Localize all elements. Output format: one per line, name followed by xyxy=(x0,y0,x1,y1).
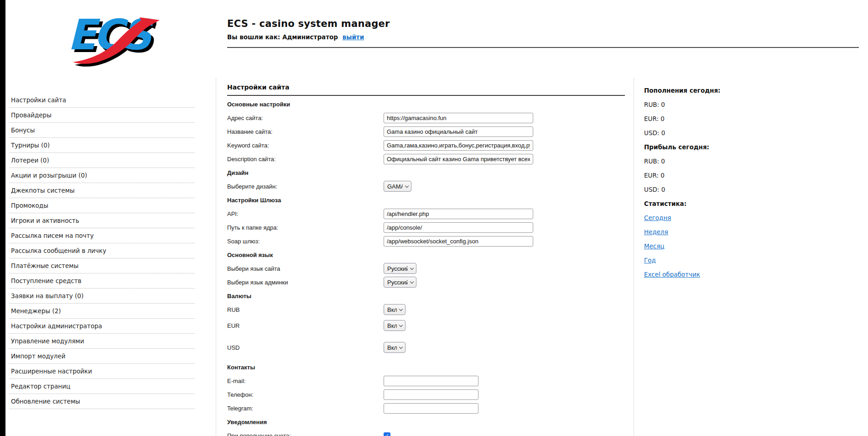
sidebar-item-2[interactable]: Провайдеры xyxy=(9,108,195,123)
site-description-field[interactable] xyxy=(384,154,533,164)
field-label: Soap шлюз: xyxy=(227,238,384,245)
stats-link[interactable]: Сегодня xyxy=(644,214,671,221)
usd-toggle-select[interactable]: Вкл xyxy=(384,342,405,353)
logout-link[interactable]: выйти xyxy=(343,33,364,41)
soap-gateway-field[interactable] xyxy=(384,236,533,247)
stats-link[interactable]: Месяц xyxy=(644,242,665,250)
field-label: Telegram: xyxy=(227,405,384,412)
field-label: USD xyxy=(227,344,384,351)
form-row: Название сайта: xyxy=(227,125,634,138)
sidebar-menu: Настройки сайтаПровайдерыБонусыТурниры (… xyxy=(9,93,195,409)
field-label: При пополнение счета: xyxy=(227,432,384,436)
form-section-header: Дизайн xyxy=(227,166,634,179)
sidebar-item-19[interactable]: Расширенные настройки xyxy=(9,364,195,379)
sidebar-item-9[interactable]: Игроки и активность xyxy=(9,213,195,228)
field-label: Выбери язык сайта xyxy=(227,265,384,272)
select-wrapper: Русский xyxy=(384,277,416,288)
field-label: E-mail: xyxy=(227,378,384,384)
sidebar-item-21[interactable]: Обновление системы xyxy=(9,394,195,409)
section-label: Уведомления xyxy=(227,419,267,425)
field-label: Телефон: xyxy=(227,391,384,398)
form-row: RUBВкл xyxy=(227,303,634,316)
form-section-header: Уведомления xyxy=(227,415,634,429)
sidebar-item-20[interactable]: Редактор страниц xyxy=(9,379,195,394)
form-row: Выберите дизайн:GAMA xyxy=(227,179,634,193)
stats-link[interactable]: Неделя xyxy=(644,228,668,236)
design-select[interactable]: GAMA xyxy=(384,181,411,192)
form-section-header: Основной язык xyxy=(227,248,634,262)
form-row: При пополнение счета:✓ xyxy=(227,429,634,436)
sidebar-item-15[interactable]: Менеджеры (2) xyxy=(9,304,195,319)
section-label: Дизайн xyxy=(227,169,249,176)
header: ECS - casino system manager Вы вошли как… xyxy=(227,18,390,41)
stats-link[interactable]: Год xyxy=(644,257,656,264)
sidebar-item-3[interactable]: Бонусы xyxy=(9,123,195,138)
sidebar-item-7[interactable]: Джекпоты системы xyxy=(9,183,195,198)
sidebar-item-5[interactable]: Лотереи (0) xyxy=(9,153,195,168)
settings-panel: Настройки сайта Основные настройкиАдрес … xyxy=(216,79,634,436)
sidebar-item-16[interactable]: Настройки администратора xyxy=(9,319,195,334)
stats-value: EUR: 0 xyxy=(644,111,790,126)
form-row: E-mail: xyxy=(227,374,634,388)
telegram-field[interactable] xyxy=(384,403,478,414)
form-row: USDВкл xyxy=(227,335,634,360)
field-label: Путь к папке ядра: xyxy=(227,224,384,231)
sidebar-item-6[interactable]: Акции и розыгрыши (0) xyxy=(9,168,195,183)
form-row: Keyword сайта: xyxy=(227,138,634,152)
field-label: Keyword сайта: xyxy=(227,142,384,149)
rub-toggle-select[interactable]: Вкл xyxy=(384,304,405,315)
sidebar-item-17[interactable]: Управление модулями xyxy=(9,334,195,349)
api-field[interactable] xyxy=(384,209,533,219)
form-row: Telegram: xyxy=(227,401,634,415)
form-section-header: Основные настройки xyxy=(227,97,634,111)
site-keywords-field[interactable] xyxy=(384,140,533,151)
login-prefix: Вы вошли как: xyxy=(227,33,280,41)
field-label: Выбери язык админки xyxy=(227,279,384,286)
core-path-field[interactable] xyxy=(384,222,533,233)
stats-value: USD: 0 xyxy=(644,126,790,140)
site-name-field[interactable] xyxy=(384,126,533,137)
form-section-header: Настройки Шлюза xyxy=(227,193,634,207)
stats-value: EUR: 0 xyxy=(644,168,790,182)
sidebar-item-8[interactable]: Промокоды xyxy=(9,198,195,213)
sidebar-item-1[interactable]: Настройки сайта xyxy=(9,93,195,108)
sidebar-item-11[interactable]: Рассылка сообщений в личку xyxy=(9,243,195,258)
ecs-logo: ECS ECS xyxy=(63,5,162,70)
sidebar-item-14[interactable]: Заявки на выплату (0) xyxy=(9,289,195,304)
site-url-field[interactable] xyxy=(384,113,533,123)
stats-value: USD: 0 xyxy=(644,182,790,196)
form-row: Выбери язык сайтаРусский xyxy=(227,262,634,275)
sidebar-item-4[interactable]: Турниры (0) xyxy=(9,138,195,153)
select-wrapper: Вкл xyxy=(384,304,405,315)
section-title: Настройки сайта xyxy=(227,84,634,91)
stats-link[interactable]: Excel обработчик xyxy=(644,271,700,278)
select-wrapper: Вкл xyxy=(384,342,405,353)
left-black-strip xyxy=(0,0,5,436)
stats-link-row: Год xyxy=(644,253,790,267)
sidebar-item-18[interactable]: Импорт модулей xyxy=(9,349,195,364)
sidebar-item-10[interactable]: Рассылка писем на почту xyxy=(9,228,195,243)
stats-value: RUB: 0 xyxy=(644,154,790,168)
email-field[interactable] xyxy=(384,376,478,386)
stats-section-title: Статистика: xyxy=(644,196,790,210)
phone-field[interactable] xyxy=(384,389,478,400)
login-user: Администратор xyxy=(282,33,338,41)
site-settings-form: Основные настройкиАдрес сайта:Название с… xyxy=(227,97,634,436)
stats-value: RUB: 0 xyxy=(644,97,790,111)
eur-toggle-select[interactable]: Вкл xyxy=(384,320,405,331)
stats-section-title: Прибыль сегодня: xyxy=(644,140,790,154)
form-row: Адрес сайта: xyxy=(227,111,634,125)
field-label: RUB xyxy=(227,306,384,313)
login-status: Вы вошли как: Администратор выйти xyxy=(227,33,390,41)
form-row: EURВкл xyxy=(227,316,634,335)
stats-link-row: Excel обработчик xyxy=(644,267,790,281)
sidebar-item-13[interactable]: Поступление средств xyxy=(9,273,195,289)
field-label: Адрес сайта: xyxy=(227,115,384,121)
site-language-select[interactable]: Русский xyxy=(384,263,416,274)
deposit-notification-checkbox[interactable]: ✓ xyxy=(384,432,390,436)
section-label: Основные настройки xyxy=(227,101,290,108)
admin-language-select[interactable]: Русский xyxy=(384,277,416,288)
sidebar-item-12[interactable]: Платёжные системы xyxy=(9,258,195,273)
stats-link-row: Месяц xyxy=(644,239,790,253)
select-wrapper: Вкл xyxy=(384,320,405,331)
